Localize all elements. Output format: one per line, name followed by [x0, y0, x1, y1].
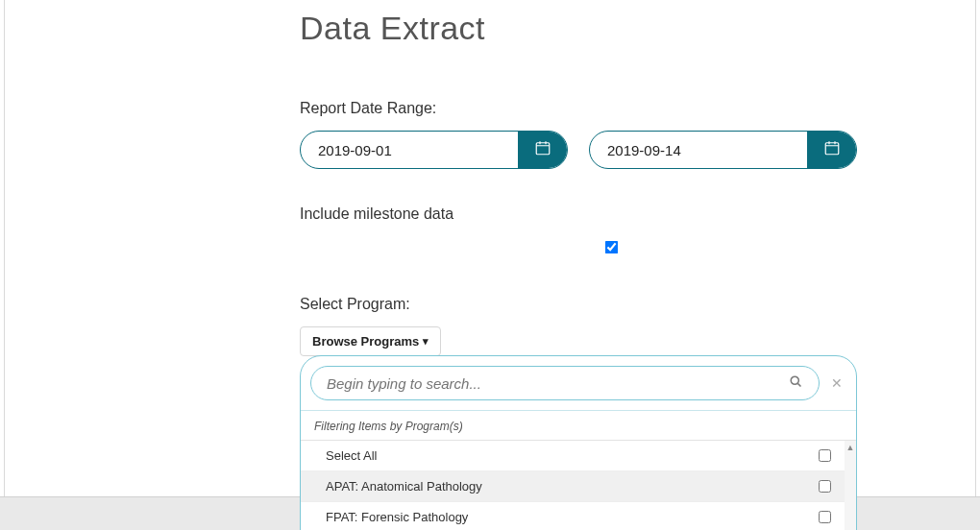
scrollbar[interactable]: ▲	[845, 441, 856, 530]
list-item-checkbox[interactable]	[819, 480, 831, 493]
program-search-row: ✕	[301, 356, 856, 410]
end-date-input[interactable]	[590, 132, 807, 168]
start-date-input[interactable]	[301, 132, 518, 168]
list-item-checkbox[interactable]	[819, 511, 831, 523]
scroll-up-icon: ▲	[845, 443, 856, 452]
date-range-row	[300, 131, 857, 169]
start-date-calendar-button[interactable]	[518, 132, 567, 168]
chevron-down-icon: ▾	[423, 335, 429, 348]
browse-programs-button[interactable]: Browse Programs ▾	[300, 326, 441, 356]
include-milestone-checkbox[interactable]	[605, 241, 619, 254]
calendar-icon	[534, 139, 551, 160]
list-item[interactable]: FPAT: Forensic Pathology	[301, 502, 856, 530]
end-date-picker	[589, 131, 857, 169]
list-item-label: Select All	[326, 448, 377, 463]
milestone-block: Include milestone data	[300, 205, 857, 257]
program-list: Select All APAT: Anatomical Pathology FP…	[301, 440, 856, 530]
report-date-range-label: Report Date Range:	[300, 100, 857, 117]
filter-header: Filtering Items by Program(s)	[301, 410, 856, 440]
include-milestone-label: Include milestone data	[300, 205, 857, 223]
list-item-label: FPAT: Forensic Pathology	[326, 510, 468, 524]
main-content: Data Extract Report Date Range: Include …	[300, 10, 857, 356]
svg-point-2	[791, 376, 798, 384]
calendar-icon	[823, 139, 841, 160]
svg-rect-1	[825, 143, 839, 155]
list-item-checkbox[interactable]	[819, 449, 831, 462]
list-item[interactable]: Select All	[301, 441, 856, 471]
search-icon	[789, 374, 803, 392]
select-program-label: Select Program:	[300, 296, 857, 313]
close-icon[interactable]: ✕	[827, 372, 846, 395]
browse-programs-label: Browse Programs	[312, 334, 419, 349]
program-search-field	[310, 366, 820, 400]
start-date-picker	[300, 131, 568, 169]
svg-rect-0	[536, 143, 550, 155]
list-item[interactable]: APAT: Anatomical Pathology	[301, 471, 856, 502]
page-title: Data Extract	[300, 10, 857, 47]
end-date-calendar-button[interactable]	[807, 132, 856, 168]
list-item-label: APAT: Anatomical Pathology	[326, 479, 482, 494]
program-dropdown-panel: ✕ Filtering Items by Program(s) Select A…	[300, 355, 857, 530]
program-search-input[interactable]	[327, 375, 789, 392]
